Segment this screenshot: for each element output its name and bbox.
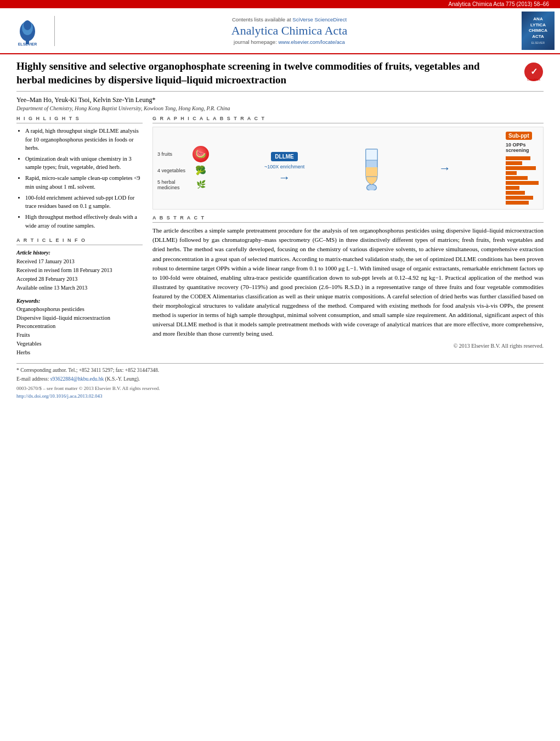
article-info-heading: A R T I C L E I N F O (16, 237, 143, 245)
email-link[interactable]: s93622884@hkbu.edu.hk (50, 376, 104, 382)
abstract-text: The article describes a simple sample pr… (152, 226, 544, 338)
sciverse-line: Contents lists available at SciVerse Sci… (63, 16, 516, 22)
doi-link[interactable]: http://dx.doi.org/10.1016/j.aca.2013.02.… (16, 393, 103, 399)
right-column: G R A P H I C A L A B S T R A C T 3 frui… (152, 116, 544, 357)
highlight-item-1: A rapid, high throughput single DLLME an… (25, 127, 143, 152)
keywords-label: Keywords: (16, 298, 143, 304)
svg-point-11 (367, 184, 377, 190)
svg-rect-9 (366, 149, 377, 160)
online-row: Available online 13 March 2013 (16, 284, 143, 292)
keyword-5: Vegetables (16, 340, 143, 348)
journal-title: Analytica Chimica Acta (63, 24, 516, 38)
ga-veg-row: 4 vegetables 🥦 (157, 165, 210, 177)
article-info-section: A R T I C L E I N F O Article history: R… (16, 237, 143, 292)
accepted-row: Accepted 28 February 2013 (16, 275, 143, 284)
issn-line: 0003-2670/$ – see front matter © 2013 El… (16, 386, 544, 391)
bar-1 (506, 156, 539, 160)
abstract-section: A B S T R A C T The article describes a … (152, 215, 544, 349)
ga-herb-label: 5 herbal medicines (157, 179, 190, 190)
fruit-icon: 🍉 (193, 146, 209, 162)
dllme-label: DLLME (271, 152, 297, 161)
ga-dllme-section: DLLME ~100X enrichment → (264, 152, 304, 185)
keyword-4: Fruits (16, 331, 143, 340)
history-label: Article history: (16, 248, 143, 257)
enrichment-label: ~100X enrichment (264, 164, 304, 169)
highlight-item-4: 100-fold enrichment achieved sub-ppt LOD… (25, 194, 143, 210)
keywords-section: Keywords: Organophosphorus pesticides Di… (16, 298, 143, 357)
keyword-6: Herbs (16, 348, 143, 357)
authors-line: Yee–Man Ho, Yeuk-Ki Tsoi, Kelvin Sze-Yin… (16, 96, 544, 104)
abstract-heading: A B S T R A C T (152, 215, 544, 223)
svg-rect-10 (366, 167, 377, 177)
keyword-1: Organophosphorus pesticides (16, 305, 143, 314)
keyword-2: Dispersive liquid–liquid microextraction (16, 314, 143, 323)
graphical-abstract-box: 3 fruits 🍉 4 vegetables 🥦 5 herbal medic… (152, 127, 544, 210)
history-row: Article history: (16, 248, 143, 257)
highlight-item-3: Rapid, micro-scale sample clean-up compl… (25, 174, 143, 190)
corresponding-author-note: * Corresponding author. Tel.; +852 3411 … (16, 367, 544, 375)
affiliation-line: Department of Chemistry, Hong Kong Bapti… (16, 105, 544, 111)
svg-text:ELSEVIER: ELSEVIER (18, 42, 37, 46)
ga-fruits-row: 3 fruits 🍉 (157, 146, 210, 162)
bar-10 (506, 200, 539, 205)
ga-bar-chart (506, 156, 539, 205)
bar-4 (506, 171, 539, 175)
bar-5 (506, 176, 539, 180)
article-history-table: Article history: Received 17 January 201… (16, 248, 143, 292)
doi-line: http://dx.doi.org/10.1016/j.aca.2013.02.… (16, 393, 544, 399)
elsevier-tree-icon: ELSEVIER (11, 16, 44, 46)
bar-2 (506, 161, 539, 165)
right-arrow-2-icon: → (439, 161, 451, 176)
highlights-list: A rapid, high throughput single DLLME an… (16, 127, 143, 229)
main-content: Highly sensitive and selective organopho… (0, 54, 560, 404)
graphical-abstract-heading: G R A P H I C A L A B S T R A C T (152, 116, 544, 123)
bar-7 (506, 185, 539, 190)
herb-icon: 🌿 (192, 179, 210, 191)
veg-icon: 🥦 (192, 165, 210, 177)
online-date: Available online 13 March 2013 (16, 284, 143, 292)
sciverse-link[interactable]: SciVerse ScienceDirect (292, 16, 347, 22)
left-column: H I G H L I G H T S A rapid, high throug… (16, 116, 143, 357)
ga-fruits-label: 3 fruits (157, 151, 190, 157)
footer-section: * Corresponding author. Tel.; +852 3411 … (16, 363, 544, 399)
right-arrow-icon: → (279, 171, 291, 185)
svg-point-3 (24, 20, 31, 30)
tube-svg (359, 146, 384, 190)
ga-tube-section (359, 146, 384, 190)
ga-sample-types: 3 fruits 🍉 4 vegetables 🥦 5 herbal medic… (157, 146, 210, 191)
bar-9 (506, 195, 539, 200)
ga-herb-row: 5 herbal medicines 🌿 (157, 179, 210, 191)
keywords-list: Organophosphorus pesticides Dispersive l… (16, 305, 143, 357)
received-date: Received 17 January 2013 (16, 257, 143, 266)
homepage-link[interactable]: www.elsevier.com/locate/aca (278, 39, 344, 45)
graphical-abstract-inner: 3 fruits 🍉 4 vegetables 🥦 5 herbal medic… (157, 132, 539, 205)
ga-veg-label: 4 vegetables (157, 168, 190, 173)
email-note: E-mail address: s93622884@hkbu.edu.hk (K… (16, 376, 544, 383)
received-row: Received 17 January 2013 (16, 257, 143, 266)
two-column-layout: H I G H L I G H T S A rapid, high throug… (16, 116, 544, 357)
copyright-line: © 2013 Elsevier B.V. All rights reserved… (152, 343, 544, 349)
result-sub: 10 OPPs screening (506, 142, 529, 153)
journal-cover-image: ANALYTICACHIMICAACTA ELSEVIER (522, 12, 555, 50)
accepted-date: Accepted 28 February 2013 (16, 275, 143, 284)
bar-6 (506, 180, 539, 185)
keyword-3: Preconcentration (16, 322, 143, 331)
journal-header: ELSEVIER Contents lists available at Sci… (0, 8, 560, 54)
highlight-item-5: High throughput method effectively deals… (25, 213, 143, 229)
bar-3 (506, 166, 539, 170)
journal-center: Contents lists available at SciVerse Sci… (63, 16, 516, 45)
ga-result-section: Sub-ppt 10 OPPs screening (506, 132, 539, 205)
journal-ref-text: Analytica Chimica Acta 775 (2013) 58–66 (449, 1, 549, 7)
journal-reference-bar: Analytica Chimica Acta 775 (2013) 58–66 (0, 0, 560, 8)
svg-text:CrossMark: CrossMark (527, 78, 541, 81)
revised-row: Received in revised form 18 February 201… (16, 266, 143, 275)
homepage-line: journal homepage: www.elsevier.com/locat… (63, 39, 516, 45)
elsevier-logo: ELSEVIER (5, 16, 55, 46)
crossmark-icon[interactable]: ✓ CrossMark (524, 62, 544, 82)
highlights-heading: H I G H L I G H T S (16, 116, 143, 123)
revised-date: Received in revised form 18 February 201… (16, 266, 143, 275)
bar-8 (506, 190, 539, 195)
article-title: Highly sensitive and selective organopho… (16, 60, 480, 87)
svg-text:✓: ✓ (530, 67, 538, 76)
highlight-item-2: Optimization dealt with unique chemistry… (25, 155, 143, 171)
